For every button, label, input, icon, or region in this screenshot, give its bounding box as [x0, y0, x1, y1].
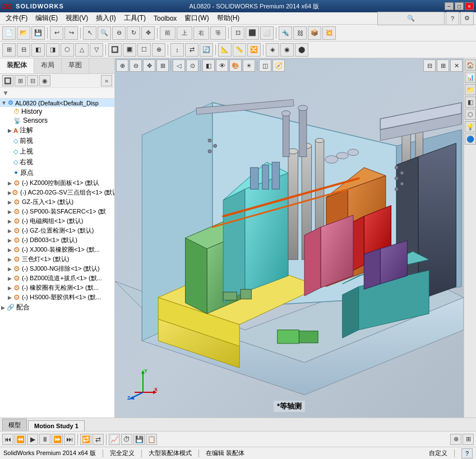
tab-motion-study[interactable]: Motion Study 1 — [28, 420, 85, 431]
vp-prev-view[interactable]: ◁ — [173, 59, 185, 72]
vp-close[interactable]: ✕ — [450, 59, 463, 72]
view-top[interactable]: 上 — [177, 26, 192, 40]
tree-right-plane[interactable]: ◇ 右视 — [0, 157, 114, 168]
save-btn[interactable]: 💾 — [31, 26, 45, 40]
vp-section[interactable]: ◫ — [259, 59, 271, 72]
playback-pause[interactable]: ⏸ — [39, 434, 50, 445]
right-color[interactable]: 🔵 — [465, 133, 476, 145]
vp-normal[interactable]: ⊙ — [186, 59, 198, 72]
expand-hs000[interactable]: ▶ — [8, 295, 13, 300]
select-btn[interactable]: ↖ — [83, 26, 96, 40]
vp-display-mode[interactable]: ◧ — [202, 59, 215, 72]
tree-part-light[interactable]: ▶ ⚙ 三色灯<1> (默认) — [0, 254, 114, 264]
minimize-button[interactable]: − — [445, 2, 454, 10]
tree-part-valve[interactable]: ▶ ⚙ (-) 电磁阀组<1> (默认) — [0, 216, 114, 226]
maximize-button[interactable]: □ — [455, 2, 464, 10]
expand-sp000[interactable]: ▶ — [8, 209, 13, 215]
expand-db003[interactable]: ▶ — [8, 238, 13, 243]
tb2-btn11[interactable]: ⊕ — [152, 43, 165, 57]
right-view2[interactable]: ⬡ — [465, 109, 476, 120]
timer-btn[interactable]: ⏱ — [121, 434, 132, 445]
vp-scene[interactable]: ☀ — [243, 59, 255, 72]
display-shaded[interactable]: ⬛ — [246, 26, 259, 40]
right-home[interactable]: 🏠 — [465, 59, 476, 71]
tb2-btn2[interactable]: ⊟ — [17, 43, 30, 57]
tb2-btn17[interactable]: 🔀 — [247, 43, 261, 57]
expand-gz[interactable]: ▶ — [8, 200, 13, 205]
expand-mates[interactable]: ▶ — [1, 305, 7, 310]
tb2-btn18[interactable]: ◈ — [266, 43, 279, 57]
tree-icon4[interactable]: ◉ — [39, 75, 50, 86]
redo-btn[interactable]: ↪ — [64, 26, 78, 40]
tree-front-plane[interactable]: ◇ 前视 — [0, 136, 114, 146]
search-btn[interactable]: 🔍 — [377, 12, 445, 25]
expand-xj000[interactable]: ▶ — [8, 247, 13, 253]
vp-split-v[interactable]: ⊞ — [437, 59, 449, 72]
status-help[interactable]: ? — [461, 448, 473, 458]
component-btn[interactable]: 📦 — [308, 26, 321, 40]
tb2-btn5[interactable]: ⬡ — [61, 43, 74, 57]
zoom-in-btn[interactable]: 🔍 — [98, 26, 111, 40]
tb2-btn20[interactable]: ⬤ — [295, 43, 308, 57]
playback-prev[interactable]: ⏪ — [15, 434, 26, 445]
right-folder[interactable]: 📁 — [465, 84, 476, 95]
expand-light[interactable]: ▶ — [8, 257, 13, 262]
tb2-btn12[interactable]: ↕ — [170, 43, 184, 57]
menu-file[interactable]: 文件(F) — [2, 12, 31, 24]
viewport[interactable]: ⊕ ⊖ ✥ ⊞ ◁ ⊙ ◧ 👁 🎨 ☀ ◫ 🧭 ⊟ ⊞ ✕ — [115, 58, 464, 418]
expand-valve[interactable]: ▶ — [8, 219, 13, 224]
tb2-btn7[interactable]: ▽ — [90, 43, 103, 57]
expand-root[interactable]: ▼ — [1, 100, 8, 106]
expand-annotation[interactable]: ▶ — [8, 128, 13, 133]
shuffle-btn[interactable]: ⇄ — [93, 434, 104, 445]
playback-start[interactable]: ⏮ — [2, 434, 13, 445]
expand-gz-detect[interactable]: ▶ — [8, 228, 13, 234]
playback-next[interactable]: ⏩ — [52, 434, 63, 445]
tree-top-plane[interactable]: ◇ 上视 — [0, 146, 114, 157]
expand-sj000[interactable]: ▶ — [8, 266, 13, 272]
vp-appearance[interactable]: 🎨 — [229, 59, 242, 72]
display-edges[interactable]: ⬜ — [260, 26, 274, 40]
pan-btn[interactable]: ✥ — [141, 26, 155, 40]
save-anim-btn[interactable]: 💾 — [133, 434, 145, 445]
menu-edit[interactable]: 编辑(E) — [32, 12, 61, 24]
vp-pan[interactable]: ✥ — [143, 59, 155, 72]
tb2-btn6[interactable]: △ — [75, 43, 89, 57]
rotate-btn[interactable]: ↻ — [127, 26, 140, 40]
zoom-out-btn[interactable]: ⊖ — [112, 26, 126, 40]
tab-sketch[interactable]: 草图 — [62, 58, 89, 73]
tb2-btn8[interactable]: 🔲 — [108, 43, 122, 57]
explode-btn[interactable]: 💥 — [322, 26, 336, 40]
tb2-btn19[interactable]: ◉ — [280, 43, 294, 57]
tb2-btn1[interactable]: ⊞ — [2, 43, 16, 57]
tb2-btn13[interactable]: ⇄ — [185, 43, 198, 57]
cad-canvas[interactable]: Y X Z *等轴测 — [115, 58, 464, 418]
tree-root[interactable]: ▼ ⚙ AL0820 (Default<Default_Disp — [0, 99, 114, 107]
tree-origin[interactable]: ✦ 原点 — [0, 168, 114, 178]
tree-history[interactable]: ⏱ History — [0, 107, 114, 116]
undo-btn[interactable]: ↩ — [50, 26, 63, 40]
tree-part-sp000[interactable]: ▶ ⚙ (-) SP000-装SFACERC<1> (默 — [0, 207, 114, 216]
assembly-btn[interactable]: 🔩 — [279, 26, 292, 40]
menu-window[interactable]: 窗口(W) — [181, 12, 212, 24]
tree-part-gz-detect[interactable]: ▶ ⚙ (-) GZ-位置检测<1> (默认) — [0, 226, 114, 235]
right-view1[interactable]: ◧ — [465, 96, 476, 108]
playback-end[interactable]: ⏭ — [64, 434, 75, 445]
right-light[interactable]: 💡 — [465, 121, 476, 132]
expand-bz000[interactable]: ▶ — [8, 276, 13, 281]
options-btn[interactable]: ⚙ — [460, 12, 474, 25]
tree-icon2[interactable]: ⊞ — [15, 75, 26, 86]
tb2-btn15[interactable]: 📐 — [218, 43, 232, 57]
menu-view[interactable]: 视图(V) — [62, 12, 91, 24]
menu-insert[interactable]: 插入(I) — [93, 12, 119, 24]
menu-toolbox[interactable]: Toolbox — [150, 13, 180, 24]
tree-annotation[interactable]: ▶ A 注解 — [0, 125, 114, 136]
expand-ac20[interactable]: ▶ — [8, 190, 12, 196]
zoom-timeline[interactable]: ⊕ — [450, 434, 461, 445]
tree-part-detect[interactable]: ▶ ⚙ (-) 橡胶圈有无检测<1> (默... — [0, 283, 114, 293]
tb2-btn14[interactable]: 🔄 — [200, 43, 213, 57]
open-btn[interactable]: 📂 — [17, 26, 30, 40]
graph-btn[interactable]: 📈 — [109, 434, 120, 445]
tree-part-gz[interactable]: ▶ ⚙ GZ-压入<1> (默认) — [0, 197, 114, 207]
vp-zoom-out[interactable]: ⊖ — [130, 59, 142, 72]
